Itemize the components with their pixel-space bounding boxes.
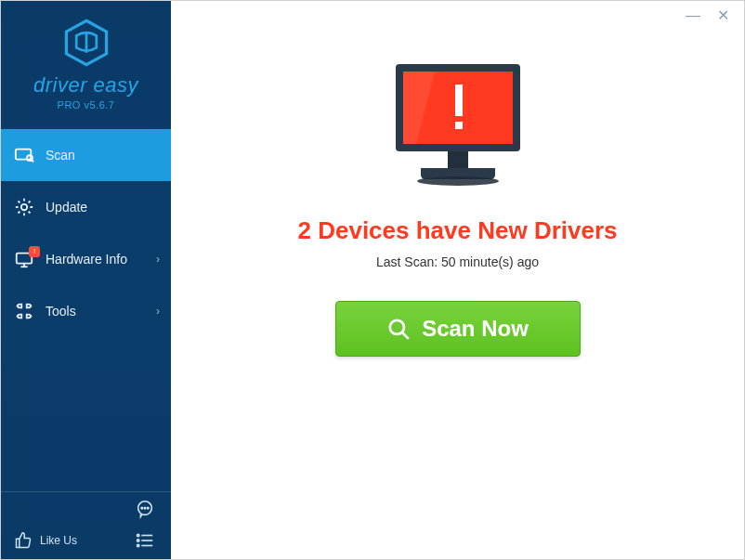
sidebar-item-label: Scan [46, 148, 75, 163]
svg-line-4 [32, 161, 33, 163]
like-us-label: Like Us [40, 534, 77, 547]
chevron-right-icon: › [156, 305, 160, 318]
sidebar-footer: Like Us [1, 491, 171, 559]
brand-name: driver easy [33, 73, 138, 98]
sidebar-item-hardware-info[interactable]: ! Hardware Info › [1, 233, 171, 285]
sidebar-item-tools[interactable]: Tools › [1, 285, 171, 337]
menu-list-icon[interactable] [132, 527, 158, 553]
sidebar-nav: Scan Update [1, 129, 171, 491]
svg-point-25 [417, 176, 499, 186]
window-titlebar: — ✕ [672, 1, 744, 31]
svg-point-10 [141, 507, 142, 508]
sidebar-item-label: Tools [46, 304, 76, 319]
scan-icon [14, 145, 34, 165]
svg-point-12 [147, 507, 148, 508]
magnifier-icon [386, 317, 411, 341]
app-logo: driver easy PRO v5.6.7 [1, 18, 171, 111]
app-window: driver easy PRO v5.6.7 Scan [1, 1, 744, 559]
main-content: 2 Devices have New Drivers Last Scan: 50… [171, 57, 744, 357]
sidebar: driver easy PRO v5.6.7 Scan [1, 1, 171, 559]
main-panel: — ✕ 2 Devices have New Drivers Last Scan… [171, 1, 744, 559]
status-title: 2 Devices have New Drivers [298, 216, 618, 245]
feedback-chat-icon[interactable] [132, 496, 158, 522]
svg-line-27 [402, 332, 409, 339]
sidebar-item-update[interactable]: Update [1, 181, 171, 233]
alert-monitor-icon [379, 57, 537, 196]
scan-now-button[interactable]: Scan Now [335, 301, 581, 357]
svg-rect-22 [455, 85, 463, 116]
svg-point-11 [144, 507, 145, 508]
svg-point-13 [137, 534, 138, 536]
update-gear-icon [14, 197, 34, 217]
svg-rect-24 [448, 151, 468, 168]
like-us-button[interactable]: Like Us [14, 531, 77, 550]
sidebar-item-label: Update [46, 200, 87, 215]
svg-point-3 [27, 155, 33, 161]
svg-point-14 [137, 540, 138, 541]
svg-point-5 [21, 204, 27, 210]
sidebar-item-scan[interactable]: Scan [1, 129, 171, 181]
sidebar-item-label: Hardware Info [46, 252, 127, 267]
tools-icon [14, 301, 34, 321]
svg-point-26 [390, 320, 404, 334]
close-button[interactable]: ✕ [714, 8, 731, 23]
minimize-button[interactable]: — [685, 8, 701, 23]
svg-point-15 [137, 544, 138, 546]
scan-now-label: Scan Now [422, 316, 529, 342]
thumbs-up-icon [14, 531, 33, 550]
chevron-right-icon: › [156, 253, 160, 266]
logo-hexagon-icon [61, 18, 111, 68]
brand-version: PRO v5.6.7 [58, 99, 115, 111]
sidebar-header: driver easy PRO v5.6.7 [1, 1, 171, 122]
svg-rect-2 [16, 150, 32, 160]
svg-rect-23 [455, 122, 463, 129]
hardware-info-badge: ! [29, 246, 40, 257]
status-subtitle: Last Scan: 50 minute(s) ago [376, 254, 539, 269]
